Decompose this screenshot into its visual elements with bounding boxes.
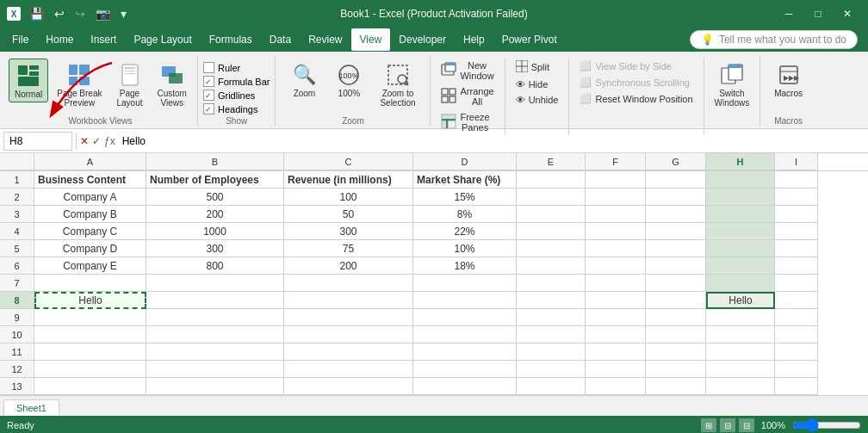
cell-G3[interactable]: [646, 206, 706, 223]
cell-A13[interactable]: [34, 378, 146, 395]
cell-E2[interactable]: [517, 189, 586, 206]
cell-I2[interactable]: [775, 189, 818, 206]
cell-E1[interactable]: [517, 171, 586, 189]
col-header-E[interactable]: E: [517, 153, 586, 170]
cell-F4[interactable]: [586, 223, 646, 240]
confirm-formula-icon[interactable]: ✓: [92, 135, 101, 147]
cell-B9[interactable]: [146, 309, 284, 326]
menu-home[interactable]: Home: [37, 28, 82, 51]
undo-button[interactable]: ↩: [51, 5, 68, 22]
cell-A6[interactable]: Company E: [34, 257, 146, 275]
cell-D13[interactable]: [413, 378, 517, 395]
cell-C8[interactable]: [284, 292, 413, 309]
cell-A2[interactable]: Company A: [34, 189, 146, 206]
cell-G8[interactable]: [646, 292, 706, 309]
cell-I13[interactable]: [775, 378, 818, 395]
insert-function-icon[interactable]: ƒx: [104, 135, 115, 147]
cell-F3[interactable]: [586, 206, 646, 223]
customize-quick-access-button[interactable]: ▾: [117, 5, 130, 22]
cell-F7[interactable]: [586, 275, 646, 292]
row-header-4[interactable]: 4: [0, 223, 34, 240]
cell-A10[interactable]: [34, 326, 146, 343]
col-header-B[interactable]: B: [146, 153, 284, 170]
page-layout-button[interactable]: PageLayout: [111, 59, 149, 110]
cell-F6[interactable]: [586, 257, 646, 275]
col-header-G[interactable]: G: [646, 153, 706, 170]
unhide-button[interactable]: 👁 Unhide: [511, 93, 564, 107]
cell-D2[interactable]: 15%: [413, 189, 517, 206]
page-break-preview-button[interactable]: Page BreakPreview: [52, 59, 107, 110]
cell-I12[interactable]: [775, 361, 818, 378]
cell-B4[interactable]: 1000: [146, 223, 284, 240]
formula-bar-checkbox[interactable]: ✓: [203, 76, 214, 87]
cell-B11[interactable]: [146, 343, 284, 361]
cell-E11[interactable]: [517, 343, 586, 361]
cell-C2[interactable]: 100: [284, 189, 413, 206]
cell-H9[interactable]: [706, 309, 775, 326]
cell-H1[interactable]: [706, 171, 775, 189]
row-header-11[interactable]: 11: [0, 343, 34, 361]
normal-view-status-btn[interactable]: ⊞: [701, 418, 716, 432]
row-header-5[interactable]: 5: [0, 240, 34, 257]
cell-D3[interactable]: 8%: [413, 206, 517, 223]
cell-G2[interactable]: [646, 189, 706, 206]
cell-H7[interactable]: [706, 275, 775, 292]
macros-button[interactable]: ▶▶▶ Macros: [766, 59, 811, 101]
cell-F13[interactable]: [586, 378, 646, 395]
switch-windows-button[interactable]: SwitchWindows: [710, 59, 755, 110]
cell-B6[interactable]: 800: [146, 257, 284, 275]
maximize-button[interactable]: □: [804, 5, 832, 22]
redo-button[interactable]: ↪: [71, 5, 89, 22]
cell-E10[interactable]: [517, 326, 586, 343]
cell-C9[interactable]: [284, 309, 413, 326]
cell-I10[interactable]: [775, 326, 818, 343]
new-window-button[interactable]: NewWindow: [436, 59, 499, 83]
cell-E8[interactable]: [517, 292, 586, 309]
cell-A7[interactable]: [34, 275, 146, 292]
cell-A9[interactable]: [34, 309, 146, 326]
menu-review[interactable]: Review: [300, 28, 350, 51]
cell-I6[interactable]: [775, 257, 818, 275]
cell-C3[interactable]: 50: [284, 206, 413, 223]
ruler-checkbox[interactable]: [203, 62, 214, 73]
cell-D8[interactable]: [413, 292, 517, 309]
cell-G6[interactable]: [646, 257, 706, 275]
cell-B2[interactable]: 500: [146, 189, 284, 206]
row-header-10[interactable]: 10: [0, 326, 34, 343]
cell-B12[interactable]: [146, 361, 284, 378]
cell-G10[interactable]: [646, 326, 706, 343]
col-header-I[interactable]: I: [775, 153, 818, 170]
zoom-button[interactable]: 🔍 Zoom: [283, 59, 325, 101]
cell-F11[interactable]: [586, 343, 646, 361]
hide-button[interactable]: 👁 Hide: [511, 77, 564, 91]
zoom-selection-button[interactable]: Zoom toSelection: [373, 59, 422, 110]
row-header-3[interactable]: 3: [0, 206, 34, 223]
page-layout-status-btn[interactable]: ⊟: [720, 418, 735, 432]
cell-A12[interactable]: [34, 361, 146, 378]
headings-checkbox-row[interactable]: ✓ Headings: [203, 103, 270, 114]
col-header-H[interactable]: H: [706, 153, 775, 170]
cell-B3[interactable]: 200: [146, 206, 284, 223]
cell-G13[interactable]: [646, 378, 706, 395]
cell-E9[interactable]: [517, 309, 586, 326]
view-side-by-side-button[interactable]: ⬜ View Side by Side: [574, 59, 698, 73]
cell-B7[interactable]: [146, 275, 284, 292]
reset-window-position-button[interactable]: ⬜ Reset Window Position: [574, 91, 698, 106]
cell-E3[interactable]: [517, 206, 586, 223]
menu-insert[interactable]: Insert: [82, 28, 125, 51]
save-button[interactable]: 💾: [26, 5, 47, 22]
cell-H4[interactable]: [706, 223, 775, 240]
col-header-C[interactable]: C: [284, 153, 413, 170]
cell-F5[interactable]: [586, 240, 646, 257]
cell-I9[interactable]: [775, 309, 818, 326]
cell-C12[interactable]: [284, 361, 413, 378]
menu-file[interactable]: File: [3, 28, 37, 51]
row-header-8[interactable]: 8: [0, 292, 34, 309]
row-header-1[interactable]: 1: [0, 171, 34, 189]
cell-I4[interactable]: [775, 223, 818, 240]
cell-F9[interactable]: [586, 309, 646, 326]
cell-I7[interactable]: [775, 275, 818, 292]
cell-H6[interactable]: [706, 257, 775, 275]
col-header-A[interactable]: A: [34, 153, 146, 170]
cell-G12[interactable]: [646, 361, 706, 378]
